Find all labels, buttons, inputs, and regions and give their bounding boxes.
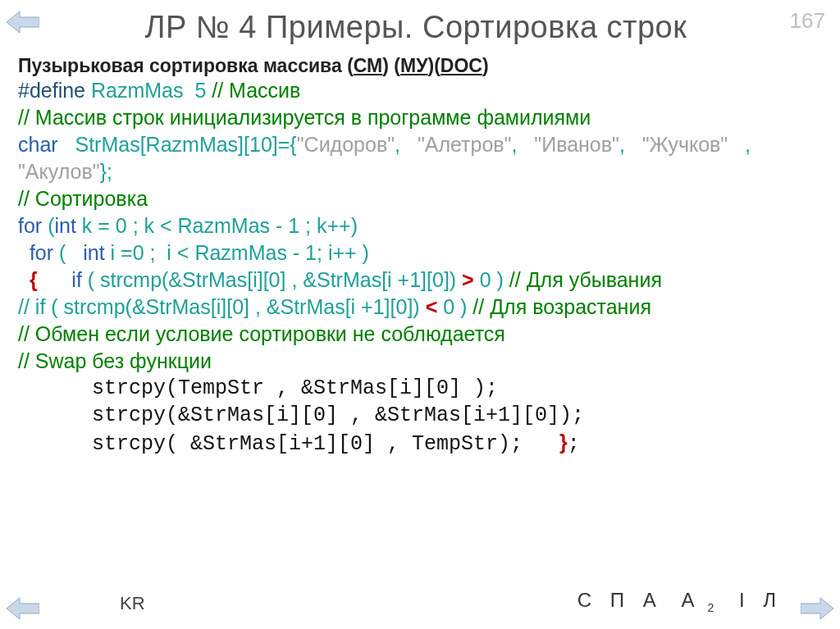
code-line-3: char StrMas[RazmMas][10]={"Сидоров", "Ал…	[18, 131, 824, 158]
c2: ,	[512, 133, 535, 156]
p1: (	[42, 214, 54, 237]
kw-int1: int	[54, 214, 75, 237]
str2: "Алетров"	[418, 133, 512, 156]
if9: if	[35, 295, 46, 318]
zero1: 0 )	[474, 268, 509, 291]
l14semi: ;	[568, 432, 580, 456]
str3: "Иванов"	[534, 133, 619, 156]
p2: (	[53, 241, 83, 264]
indent8	[18, 268, 30, 291]
back-arrow-top[interactable]	[7, 10, 39, 34]
code-line-6: for (int k = 0 ; k < RazmMas - 1 ; k++)	[18, 212, 824, 239]
kw-char: char	[18, 133, 58, 156]
comment-1: // Массив	[212, 79, 300, 102]
close-brace: }	[559, 431, 568, 454]
code-line-2: // Массив строк инициализируется в прогр…	[18, 104, 824, 131]
nav-a2-sub: 2	[707, 601, 714, 614]
nav-l[interactable]: Л	[763, 589, 776, 611]
code-line-10: // Обмен если условие сортировки не собл…	[18, 321, 824, 348]
code-line-14: strcpy( &StrMas[i+1][0] , TempStr); };	[18, 429, 824, 458]
nav-c[interactable]: С	[578, 589, 591, 611]
gap8	[38, 268, 72, 291]
code-line-9: // if ( strcmp(&StrMas[i][0] , &StrMas[i…	[18, 294, 824, 321]
subheading-suffix: )	[482, 55, 489, 76]
nav-p[interactable]: П	[610, 589, 624, 611]
kw-int2: int	[83, 241, 104, 264]
code-line-8: { if ( strcmp(&StrMas[i][0] , &StrMas[i …	[18, 267, 824, 294]
code-line-13: strcpy(&StrMas[i][0] , &StrMas[i+1][0]);	[18, 402, 824, 429]
pref9: //	[18, 295, 35, 318]
comment-asc: // Для возрастания	[472, 295, 651, 318]
code-line-4: "Акулов"};	[18, 158, 824, 185]
ident-razm: RazmMas 5	[85, 79, 212, 102]
svg-marker-2	[801, 598, 833, 619]
page-number: 167	[790, 8, 825, 34]
svg-marker-1	[7, 598, 39, 619]
slide-container: 167 ЛР № 4 Примеры. Сортировка строк Пуз…	[0, 0, 840, 629]
kw-define: #define	[18, 79, 85, 102]
link-doc[interactable]: DOC	[441, 55, 482, 76]
decl: StrMas[RazmMas][10]={	[58, 133, 297, 156]
subheading-mid1: ) (	[382, 55, 400, 76]
code-line-7: for ( int i =0 ; i < RazmMas - 1; i++ )	[18, 239, 824, 267]
code-line-12: strcpy(TempStr , &StrMas[i][0] );	[18, 375, 824, 402]
nav-a[interactable]: А	[643, 589, 656, 611]
subheading-mid2: )(	[427, 55, 440, 76]
forward-arrow-bottom[interactable]	[801, 596, 833, 621]
back-arrow-bottom[interactable]	[7, 596, 39, 621]
svg-marker-0	[7, 11, 39, 33]
indent7	[18, 241, 30, 264]
footer-kr[interactable]: KR	[120, 593, 145, 614]
nav-a2-letter: А	[681, 589, 694, 611]
str5: "Акулов"	[18, 160, 100, 183]
c4: ,	[728, 133, 756, 156]
kw-if1: if	[71, 268, 82, 291]
str4: "Жучков"	[642, 133, 728, 156]
footer-letters: С П А А2 I Л	[571, 589, 783, 614]
op-gt: >	[462, 268, 474, 291]
c3: ,	[619, 133, 642, 156]
kw-for2: for	[30, 241, 53, 264]
comment-desc: // Для убывания	[509, 268, 662, 291]
link-cm[interactable]: СМ	[354, 55, 382, 76]
title-main: ЛР № 4 Примеры.	[145, 10, 413, 44]
cond1: ( strcmp(&StrMas[i][0] , &StrMas[i +1][0…	[82, 268, 462, 291]
rest2: i =0 ; i < RazmMas - 1; i++ )	[105, 241, 369, 264]
title-sub: Сортировка строк	[413, 10, 687, 44]
kw-for1: for	[18, 214, 42, 237]
footer: KR С П А А2 I Л	[0, 581, 840, 614]
cond9: ( strcmp(&StrMas[i][0] , &StrMas[i +1][0…	[45, 295, 425, 318]
nav-a2[interactable]: А2	[674, 589, 720, 611]
open-brace: {	[30, 268, 38, 291]
op-lt: <	[426, 295, 438, 318]
subheading: Пузырьковая сортировка массива (СМ) (МУ)…	[18, 55, 824, 77]
code-line-1: #define RazmMas 5 // Массив	[18, 77, 824, 104]
c1: ,	[395, 133, 418, 156]
code-line-5: // Сортировка	[18, 185, 824, 212]
link-my[interactable]: МУ	[400, 55, 427, 76]
code-line-11: // Swap без функции	[18, 348, 824, 375]
rest1: k = 0 ; k < RazmMas - 1 ; k++)	[76, 214, 358, 237]
subheading-prefix: Пузырьковая сортировка массива (	[18, 55, 354, 76]
end-brace: };	[100, 160, 112, 183]
slide-title: ЛР № 4 Примеры. Сортировка строк	[0, 10, 840, 45]
zero9: 0 )	[437, 295, 472, 318]
slide-body: Пузырьковая сортировка массива (СМ) (МУ)…	[0, 45, 840, 458]
str1: "Сидоров"	[297, 133, 395, 156]
l14a: strcpy( &StrMas[i+1][0] , TempStr);	[18, 432, 559, 456]
nav-i[interactable]: I	[739, 589, 745, 611]
